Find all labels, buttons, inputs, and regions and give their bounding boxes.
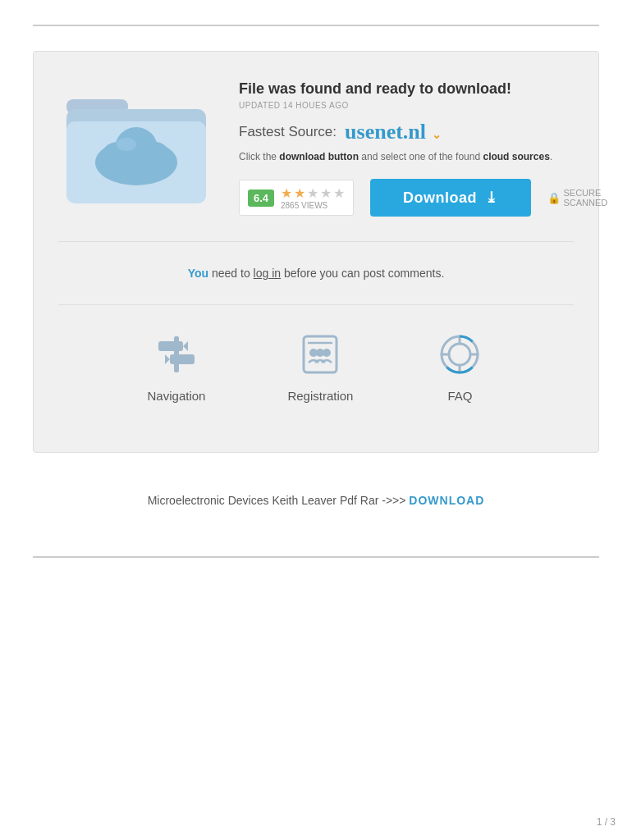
you-word: You	[188, 267, 208, 280]
star-2: ★	[294, 185, 305, 201]
svg-marker-10	[183, 341, 188, 351]
bottom-text-prefix: Microelectronic Devices Keith Leaver Pdf…	[148, 494, 410, 507]
nav-item-registration-label: Registration	[287, 389, 353, 403]
navigation-icon	[152, 330, 201, 379]
secure-label: SECURE SCANNED	[564, 188, 608, 208]
svg-point-16	[323, 349, 331, 357]
usenet-logo: usenet.nl ⌄	[345, 121, 441, 143]
stars-container: ★ ★ ★ ★ ★ 2865 VIEWS	[281, 185, 345, 210]
click-info: Click the download button and select one…	[239, 151, 607, 162]
registration-icon	[295, 330, 345, 379]
page-number: 1 / 3	[597, 816, 616, 828]
comments-section: You need to log in before you can post c…	[58, 241, 574, 288]
bottom-download-link[interactable]: DOWNLOAD	[409, 494, 484, 507]
nav-item-navigation-label: Navigation	[148, 389, 206, 403]
folder-icon	[58, 76, 214, 208]
bottom-border	[33, 556, 599, 558]
info-section: File was found and ready to download! UP…	[239, 76, 607, 217]
lock-icon: 🔒	[547, 192, 561, 204]
nav-icons-section: Navigation Registrat	[58, 304, 574, 419]
download-icon: ⤓	[485, 189, 498, 207]
fastest-source-label: Fastest Source:	[239, 124, 337, 140]
svg-point-7	[117, 138, 136, 151]
svg-point-6	[140, 142, 170, 171]
main-card: File was found and ready to download! UP…	[33, 51, 599, 453]
star-1: ★	[281, 185, 292, 201]
nav-item-faq[interactable]: FAQ	[435, 330, 484, 403]
svg-rect-9	[158, 341, 183, 351]
download-button[interactable]: Download ⤓	[370, 179, 531, 217]
download-button-label: Download	[403, 189, 477, 207]
usenet-chevron-icon: ⌄	[432, 130, 442, 141]
nav-item-registration[interactable]: Registration	[287, 330, 353, 403]
svg-marker-12	[165, 354, 170, 364]
rating-box: 6.4 ★ ★ ★ ★ ★ 2865 VIEWS	[239, 180, 354, 216]
svg-point-19	[449, 344, 470, 365]
secure-text-container: 🔒 SECURE SCANNED	[547, 188, 608, 208]
star-4: ★	[320, 185, 332, 201]
top-section: File was found and ready to download! UP…	[58, 76, 574, 217]
views-text: 2865 VIEWS	[281, 201, 345, 210]
file-found-title: File was found and ready to download!	[239, 80, 607, 98]
nav-item-navigation[interactable]: Navigation	[148, 330, 206, 403]
svg-rect-11	[170, 354, 195, 364]
stars: ★ ★ ★ ★ ★	[281, 185, 345, 201]
action-row: 6.4 ★ ★ ★ ★ ★ 2865 VIEWS	[239, 179, 607, 217]
bottom-text: Microelectronic Devices Keith Leaver Pdf…	[33, 494, 599, 507]
star-3: ★	[307, 185, 318, 201]
comments-text: You need to log in before you can post c…	[75, 267, 557, 280]
updated-text: UPDATED 14 HOUES AGO	[239, 101, 607, 110]
fastest-source-row: Fastest Source: usenet.nl ⌄	[239, 121, 607, 143]
star-5: ★	[333, 185, 345, 201]
faq-icon	[435, 330, 484, 379]
rating-number: 6.4	[248, 189, 274, 207]
nav-item-faq-label: FAQ	[447, 389, 472, 403]
log-in-link[interactable]: log in	[254, 267, 281, 280]
